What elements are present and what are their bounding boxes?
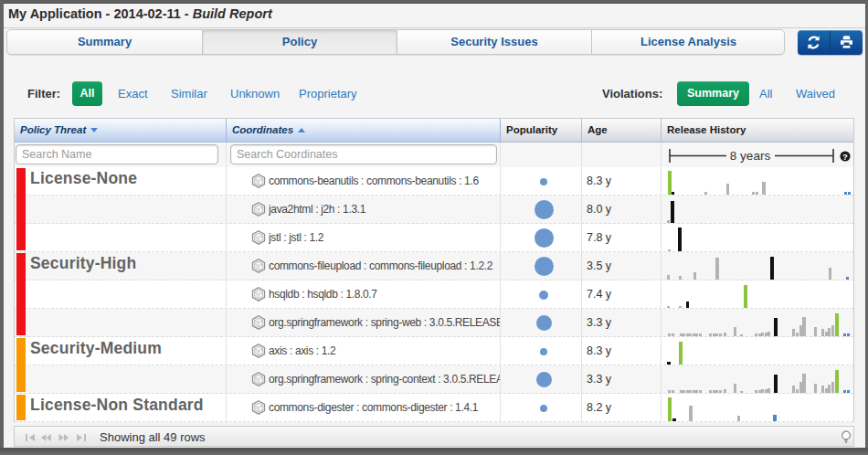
svg-text:?: ? [842,152,848,162]
svg-text:8 years: 8 years [730,149,771,163]
